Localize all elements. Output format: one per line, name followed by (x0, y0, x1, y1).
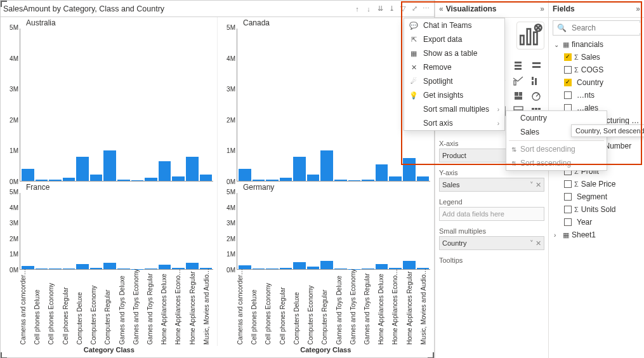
bar[interactable] (293, 157, 306, 181)
menu-item[interactable]: ▦Show as a table (404, 46, 504, 60)
viz-type-icon[interactable] (510, 74, 527, 88)
bar[interactable] (239, 169, 251, 181)
bar[interactable] (22, 169, 34, 181)
viz-type-icon[interactable] (528, 89, 544, 103)
bar[interactable] (76, 264, 89, 269)
bar[interactable] (376, 264, 388, 269)
build-visual-icon[interactable] (516, 22, 544, 50)
bar[interactable] (293, 262, 306, 269)
menu-item[interactable]: ☄Spotlight (404, 74, 504, 88)
bar[interactable] (334, 180, 347, 181)
bar[interactable] (376, 164, 388, 181)
bar[interactable] (49, 180, 62, 181)
bar[interactable] (131, 180, 144, 181)
checkbox[interactable] (564, 206, 572, 213)
well-y-axis[interactable]: Sales ˅ ✕ (439, 178, 544, 192)
filter-icon[interactable]: ▽ (397, 4, 409, 13)
bar[interactable] (362, 180, 374, 181)
bar[interactable] (348, 180, 361, 181)
bar[interactable] (253, 268, 265, 269)
checkbox[interactable] (564, 79, 572, 86)
fields-search[interactable]: 🔍 (553, 20, 640, 36)
expand-all-icon[interactable]: ⇊ (374, 4, 386, 13)
bar[interactable] (145, 268, 157, 269)
bar[interactable] (362, 268, 374, 269)
submenu-item[interactable]: Country (506, 111, 607, 125)
resize-handle[interactable] (1, 352, 7, 358)
bar[interactable] (145, 178, 157, 181)
viz-type-icon[interactable] (528, 58, 544, 72)
checkbox[interactable] (564, 66, 572, 74)
submenu-item[interactable]: ⇅Sort ascending (506, 156, 607, 170)
bar[interactable] (63, 268, 76, 269)
bar[interactable] (36, 268, 48, 269)
checkbox[interactable] (564, 193, 572, 201)
bar[interactable] (159, 161, 171, 181)
table-header[interactable]: ⌄▦financials (551, 38, 641, 51)
search-input[interactable] (570, 23, 644, 33)
bar[interactable] (320, 261, 333, 269)
bar[interactable] (253, 180, 265, 181)
bar[interactable] (76, 157, 89, 181)
well-small-multiples[interactable]: Country ˅ ✕ (439, 236, 544, 250)
bar[interactable] (417, 176, 430, 181)
small-multiple-cell[interactable]: Germany5M4M3M2M1M0MCameras and camcorder… (218, 182, 434, 346)
bar[interactable] (334, 268, 347, 269)
expand-icon[interactable]: » (540, 4, 544, 13)
menu-item[interactable]: 💡Get insights (404, 88, 504, 102)
well-legend[interactable]: Add data fields here (439, 207, 544, 221)
table-header[interactable]: ›▦Sheet1 (551, 229, 641, 241)
field-item[interactable]: ΣSale Price (551, 178, 641, 190)
submenu-item[interactable]: ⇅Sort descending (506, 142, 607, 156)
bar[interactable] (103, 263, 116, 269)
viz-type-icon[interactable] (510, 89, 527, 103)
bar[interactable] (90, 268, 103, 269)
bar[interactable] (117, 180, 130, 181)
checkbox[interactable] (564, 53, 572, 61)
checkbox[interactable] (564, 218, 572, 226)
field-item[interactable]: ΣUnits Sold (551, 203, 641, 216)
menu-item[interactable]: ⇱Export data (404, 32, 504, 46)
small-multiple-cell[interactable]: Australia5M4M3M2M1M0MSalesAmount (1, 17, 218, 182)
field-item[interactable]: Segment (551, 190, 641, 203)
bar[interactable] (117, 268, 130, 269)
bar[interactable] (280, 268, 292, 269)
bar[interactable] (90, 175, 103, 181)
collapse-icon[interactable]: « (439, 4, 444, 13)
viz-type-icon[interactable] (528, 74, 544, 88)
bar[interactable] (266, 180, 279, 181)
menu-item[interactable]: ✕Remove (404, 60, 504, 74)
bar[interactable] (63, 178, 76, 181)
field-item[interactable]: Country (551, 76, 641, 89)
resize-handle[interactable] (1, 1, 7, 7)
chevron-down-icon[interactable]: ˅ ✕ (530, 239, 541, 248)
bar[interactable] (172, 176, 185, 181)
checkbox[interactable] (564, 180, 572, 188)
resize-handle[interactable] (428, 352, 434, 358)
bar[interactable] (403, 261, 416, 269)
small-multiple-cell[interactable]: Canada5M4M3M2M1M0M (218, 17, 434, 182)
bar[interactable] (186, 157, 199, 181)
more-options-icon[interactable]: ⋯ (420, 4, 431, 13)
expand-icon[interactable]: » (636, 4, 640, 13)
field-item[interactable]: ΣSales (551, 51, 641, 63)
focus-icon[interactable]: ⤢ (409, 4, 420, 13)
drill-down-icon[interactable]: ↓ (363, 5, 374, 13)
drill-up-icon[interactable]: ↑ (352, 5, 363, 13)
menu-item[interactable]: Sort axis› (404, 116, 504, 130)
viz-type-icon[interactable] (510, 58, 527, 72)
bar[interactable] (403, 158, 416, 181)
report-canvas[interactable]: SalesAmount by Category, Class and Count… (0, 0, 435, 358)
field-item[interactable]: Year (551, 216, 641, 229)
bar[interactable] (36, 180, 48, 181)
bar[interactable] (266, 268, 279, 269)
menu-item[interactable]: 💬Chat in Teams (404, 18, 504, 32)
bar[interactable] (159, 265, 171, 269)
menu-item[interactable]: Sort small multiples› (404, 102, 504, 116)
bar[interactable] (49, 268, 62, 269)
small-multiple-cell[interactable]: France5M4M3M2M1M0MSalesAmountCameras and… (1, 182, 218, 346)
bar[interactable] (103, 150, 116, 181)
bar[interactable] (280, 178, 292, 181)
bar[interactable] (186, 263, 199, 269)
bar[interactable] (200, 175, 213, 181)
